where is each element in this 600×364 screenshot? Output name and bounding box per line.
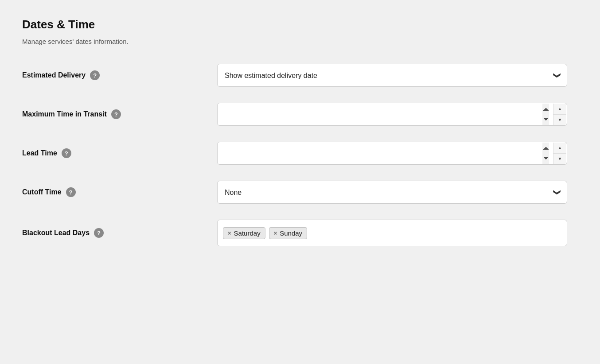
- cutoff-time-select-wrapper: None 12:00 AM 1:00 AM 2:00 AM ❯: [217, 181, 567, 204]
- tag-saturday-label: Saturday: [234, 229, 261, 237]
- lead-time-label: Lead Time: [22, 149, 57, 157]
- max-transit-control: ▲ ▼: [217, 103, 567, 126]
- tag-sunday-remove[interactable]: ×: [274, 230, 277, 236]
- blackout-lead-days-control: × Saturday × Sunday: [217, 220, 567, 246]
- cutoff-time-control: None 12:00 AM 1:00 AM 2:00 AM ❯: [217, 181, 567, 204]
- lead-time-control: ▲ ▼: [217, 142, 567, 165]
- lead-time-input[interactable]: [217, 142, 567, 165]
- blackout-lead-days-label: Blackout Lead Days: [22, 229, 90, 237]
- tag-sunday-label: Sunday: [280, 229, 302, 237]
- blackout-lead-days-label-group: Blackout Lead Days ?: [22, 228, 217, 238]
- cutoff-time-row: Cutoff Time ? None 12:00 AM 1:00 AM 2:00…: [22, 181, 578, 204]
- max-transit-label-group: Maximum Time in Transit ?: [22, 109, 217, 119]
- page-title: Dates & Time: [22, 18, 578, 31]
- estimated-delivery-label: Estimated Delivery: [22, 71, 86, 79]
- estimated-delivery-label-group: Estimated Delivery ?: [22, 70, 217, 80]
- max-transit-label: Maximum Time in Transit: [22, 110, 107, 118]
- lead-time-label-group: Lead Time ?: [22, 148, 217, 158]
- max-transit-spinner-down[interactable]: ▼: [553, 115, 566, 125]
- estimated-delivery-control: Show estimated delivery date Hide estima…: [217, 64, 567, 87]
- max-transit-spinner: ▲ ▼: [553, 104, 566, 125]
- max-transit-help-icon[interactable]: ?: [111, 109, 121, 119]
- max-transit-spinner-up[interactable]: ▲: [553, 104, 566, 115]
- cutoff-time-select[interactable]: None 12:00 AM 1:00 AM 2:00 AM: [217, 181, 567, 204]
- lead-time-spinner: ▲ ▼: [553, 143, 566, 164]
- lead-time-row: Lead Time ? ▲ ▼: [22, 142, 578, 165]
- tag-saturday: × Saturday: [223, 227, 265, 239]
- blackout-lead-days-help-icon[interactable]: ?: [94, 228, 104, 238]
- estimated-delivery-row: Estimated Delivery ? Show estimated deli…: [22, 64, 578, 87]
- tag-sunday: × Sunday: [269, 227, 307, 239]
- max-transit-row: Maximum Time in Transit ? ▲ ▼: [22, 103, 578, 126]
- blackout-lead-days-row: Blackout Lead Days ? × Saturday × Sunday: [22, 220, 578, 246]
- tag-saturday-remove[interactable]: ×: [228, 230, 231, 236]
- estimated-delivery-help-icon[interactable]: ?: [90, 70, 100, 80]
- lead-time-help-icon[interactable]: ?: [62, 148, 71, 158]
- cutoff-time-label-group: Cutoff Time ?: [22, 187, 217, 197]
- lead-time-input-wrapper: ▲ ▼: [217, 142, 567, 165]
- blackout-lead-days-tags-container[interactable]: × Saturday × Sunday: [217, 220, 567, 246]
- cutoff-time-label: Cutoff Time: [22, 188, 62, 196]
- page-subtitle: Manage services' dates information.: [22, 38, 578, 45]
- estimated-delivery-select[interactable]: Show estimated delivery date Hide estima…: [217, 64, 567, 87]
- estimated-delivery-select-wrapper: Show estimated delivery date Hide estima…: [217, 64, 567, 87]
- max-transit-input-wrapper: ▲ ▼: [217, 103, 567, 126]
- cutoff-time-help-icon[interactable]: ?: [66, 187, 76, 197]
- lead-time-spinner-down[interactable]: ▼: [553, 154, 566, 164]
- max-transit-input[interactable]: [217, 103, 567, 126]
- lead-time-spinner-up[interactable]: ▲: [553, 143, 566, 154]
